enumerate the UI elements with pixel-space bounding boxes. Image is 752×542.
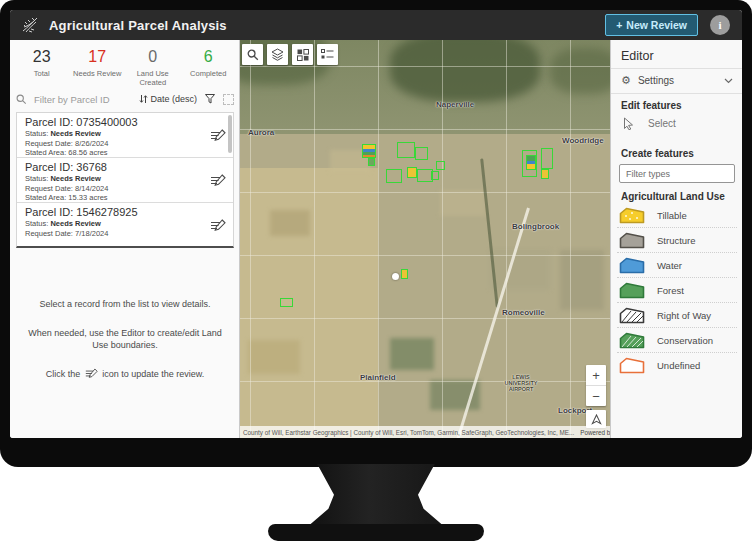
parcel-list: Parcel ID: 0735400003Status: Needs Revie… <box>16 112 234 248</box>
land-use-item-conservation[interactable]: Conservation <box>617 328 737 353</box>
parcel-feature[interactable] <box>407 167 417 178</box>
land-use-item-label: Structure <box>657 235 696 246</box>
edit-review-icon <box>210 129 226 142</box>
land-use-item-label: Water <box>657 260 682 271</box>
land-use-list: TillableStructureWaterForestRight of Way… <box>617 203 737 378</box>
new-review-button[interactable]: + New Review <box>605 14 698 36</box>
editor-title: Editor <box>621 49 654 63</box>
parcel-id: Parcel ID: 0735400003 <box>25 116 207 129</box>
water-swatch-icon <box>619 257 645 274</box>
parcel-feature[interactable] <box>368 158 375 166</box>
parcel-card[interactable]: Parcel ID: 0735400003Status: Needs Revie… <box>17 113 233 158</box>
create-features-label: Create features <box>621 148 694 159</box>
stat-value: 0 <box>127 48 179 66</box>
parcel-feature[interactable] <box>541 148 553 169</box>
editor-panel: Editor ⚙ Settings Edit features Select C… <box>610 40 742 438</box>
app-header: Agricultural Parcel Analysis + New Revie… <box>10 10 742 40</box>
clear-selection-icon[interactable] <box>223 94 234 105</box>
map-roads <box>240 40 610 438</box>
basemap-gallery-button[interactable] <box>292 44 313 65</box>
update-review-button[interactable] <box>210 173 226 191</box>
gear-icon: ⚙ <box>621 75 631 86</box>
instructions: Select a record from the list to view de… <box>24 298 226 397</box>
zoom-in-button[interactable]: + <box>586 365 606 385</box>
editor-settings-row[interactable]: ⚙ Settings <box>611 69 742 92</box>
map-city-label: Romeoville <box>502 308 545 317</box>
land-use-item-tillable[interactable]: Tillable <box>617 203 737 228</box>
stat-label: Land Use Created <box>127 69 179 87</box>
stat-label: Needs Review <box>72 69 124 78</box>
parcel-feature[interactable] <box>415 147 428 160</box>
parcel-feature[interactable] <box>362 144 376 158</box>
map-city-label: Plainfield <box>360 373 396 382</box>
land-use-item-label: Right of Way <box>657 310 711 321</box>
search-icon <box>16 94 27 105</box>
legend-button[interactable] <box>317 44 338 65</box>
parcel-id: Parcel ID: 36768 <box>25 161 207 174</box>
edit-review-icon <box>85 368 98 379</box>
map-city-label: Naperville <box>436 100 474 109</box>
land-use-item-undefined[interactable]: Undefined <box>617 353 737 378</box>
parcel-feature[interactable] <box>386 169 402 183</box>
edit-review-icon <box>210 219 226 232</box>
parcel-card[interactable]: Parcel ID: 36768Status: Needs ReviewRequ… <box>17 158 233 203</box>
land-use-item-label: Tillable <box>657 210 687 221</box>
zoom-out-button[interactable]: − <box>586 386 606 406</box>
map-marker-dot <box>392 273 399 280</box>
tillable-swatch-icon <box>619 207 645 224</box>
parcel-feature[interactable] <box>431 171 439 180</box>
monitor-stand-neck <box>306 464 446 528</box>
parcel-feature[interactable] <box>397 142 415 158</box>
parcel-filter-input[interactable] <box>32 93 139 106</box>
app-screen: Agricultural Parcel Analysis + New Revie… <box>10 10 742 438</box>
zoom-control: + − <box>586 365 606 406</box>
parcel-feature[interactable] <box>436 161 445 170</box>
parcel-feature[interactable] <box>526 155 536 170</box>
list-scrollbar[interactable] <box>228 115 232 153</box>
land-use-item-structure[interactable]: Structure <box>617 228 737 253</box>
edit-review-icon <box>210 174 226 187</box>
info-button[interactable]: i <box>710 15 730 35</box>
right-of-way-swatch-icon <box>619 307 645 324</box>
instruction-line-3: Click the icon to update the review. <box>24 368 226 380</box>
stat-item: 6Completed <box>181 48 237 87</box>
stat-label: Total <box>16 69 68 78</box>
attribution-text: County of Will, Earthstar Geographics | … <box>243 429 574 436</box>
map-city-label: LEWIS UNIVERSITY AIRPORT <box>498 374 544 392</box>
sort-button[interactable]: Date (desc) <box>139 94 197 104</box>
land-use-item-label: Forest <box>657 285 684 296</box>
parcel-feature[interactable] <box>401 269 408 279</box>
filter-types-input[interactable] <box>619 164 735 183</box>
monitor-stand-base <box>268 524 484 541</box>
cursor-icon <box>623 117 634 130</box>
funnel-icon <box>205 94 215 104</box>
stat-item: 17Needs Review <box>70 48 126 87</box>
stats-row: 23Total17Needs Review0Land Use Created6C… <box>14 48 236 87</box>
update-review-button[interactable] <box>210 128 226 146</box>
parcel-feature[interactable] <box>541 169 549 179</box>
structure-swatch-icon <box>619 232 645 249</box>
parcel-stated-area: Stated Area: 15.33 acres <box>25 193 207 203</box>
parcel-card[interactable]: Parcel ID: 1546278925Status: Needs Revie… <box>17 203 233 248</box>
update-review-button[interactable] <box>210 218 226 236</box>
parcel-feature[interactable] <box>280 298 293 307</box>
filter-funnel-button[interactable] <box>205 94 215 104</box>
plus-icon: + <box>616 19 622 31</box>
parcel-status: Status: Needs Review <box>25 219 207 229</box>
left-panel: 23Total17Needs Review0Land Use Created6C… <box>10 40 240 438</box>
map-view[interactable]: AuroraNapervilleWoodridgeBolingbrookRome… <box>240 40 610 438</box>
land-use-item-forest[interactable]: Forest <box>617 278 737 303</box>
info-icon: i <box>718 19 721 31</box>
instruction-line-1: Select a record from the list to view de… <box>24 298 226 310</box>
layers-icon <box>271 48 284 61</box>
land-use-item-water[interactable]: Water <box>617 253 737 278</box>
select-tool[interactable]: Select <box>611 112 742 134</box>
parcel-request-date: Request Date: 8/26/2024 <box>25 139 207 149</box>
map-city-label: Woodridge <box>562 136 604 145</box>
layers-button[interactable] <box>267 44 288 65</box>
parcel-request-date: Request Date: 8/14/2024 <box>25 184 207 194</box>
land-use-item-right-of-way[interactable]: Right of Way <box>617 303 737 328</box>
map-city-label: Aurora <box>248 128 274 137</box>
map-search-button[interactable] <box>242 44 263 65</box>
map-attribution: County of Will, Earthstar Geographics | … <box>240 426 610 438</box>
